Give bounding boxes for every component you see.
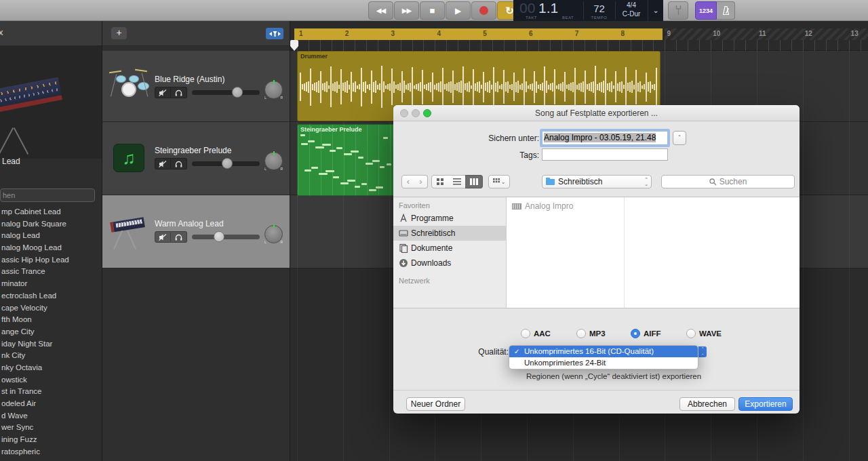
quality-option-16bit[interactable]: ✓ Unkomprimiertes 16-Bit (CD-Qualität) [509, 346, 698, 357]
solo-button[interactable] [171, 87, 187, 98]
track-name[interactable]: Warm Analog Lead [155, 219, 224, 228]
lcd-display[interactable]: 00 1.1 TAKT BEAT 72 TEMPO 4/4 C-Dur ⌄ [513, 0, 663, 21]
volume-slider[interactable] [192, 90, 260, 95]
library-patch-item[interactable]: cape Velocity [0, 302, 102, 315]
library-patch-item[interactable]: ratospheric [0, 446, 102, 458]
pan-knob[interactable]: LR [264, 225, 283, 243]
list-view-button[interactable] [448, 175, 466, 188]
volume-thumb[interactable] [214, 231, 224, 242]
library-patch-item[interactable]: nky Octavia [0, 362, 102, 374]
record-button[interactable] [471, 1, 496, 20]
volume-slider[interactable] [192, 235, 260, 239]
file-item-analog-impro[interactable]: Analog Impro [512, 200, 573, 212]
volume-thumb[interactable] [222, 158, 233, 169]
library-patch-item[interactable]: ining Fuzz [0, 434, 102, 446]
region-steingraeber-prelude[interactable]: Steingraeber Prelude [297, 124, 394, 196]
track-header-steingraeber[interactable]: ♫ Steingraeber Prelude [102, 122, 290, 195]
bar-ruler[interactable]: 12345678910111213 [290, 21, 868, 51]
dialog-titlebar[interactable]: Song auf Festplatte exportieren ... [393, 105, 800, 121]
tags-input[interactable] [542, 148, 668, 161]
sidebar-item-programme[interactable]: Programme [393, 211, 506, 226]
library-patch-item[interactable]: assic Trance [0, 266, 102, 278]
playhead-marker[interactable] [290, 40, 298, 51]
track-name[interactable]: Blue Ridge (Austin) [155, 75, 224, 84]
track-panel-toolbar: + [102, 21, 290, 46]
pan-knob[interactable]: LR [264, 81, 283, 99]
desktop-icon [399, 228, 408, 238]
radio-icon [521, 329, 530, 338]
library-patch-item[interactable]: iday Night Star [0, 338, 102, 350]
lcd-chevron-down-icon[interactable]: ⌄ [648, 0, 663, 21]
solo-button[interactable] [171, 231, 187, 243]
format-radio-wave[interactable]: WAVE [686, 329, 722, 338]
add-track-button[interactable]: + [111, 26, 127, 40]
library-patch-item[interactable]: wer Sync [0, 422, 102, 434]
sidebar-item-dokumente[interactable]: Dokumente [393, 241, 506, 256]
library-patch-item[interactable]: nk City [0, 350, 102, 362]
stop-button[interactable]: ■ [420, 1, 445, 20]
mute-button[interactable] [155, 158, 171, 169]
mute-button[interactable] [155, 87, 171, 98]
library-patch-item[interactable]: assic Hip Hop Lead [0, 254, 102, 266]
close-traffic-light[interactable] [400, 109, 408, 117]
sidebar-item-downloads[interactable]: Downloads [393, 256, 506, 270]
minimize-traffic-light[interactable] [412, 109, 420, 117]
region-label: Drummer [300, 53, 328, 60]
track-header-blue-ridge[interactable]: Blue Ridge (Austin) [102, 51, 290, 122]
play-button[interactable]: ▶ [446, 1, 471, 20]
column-view-button-selected[interactable] [465, 175, 483, 188]
back-button[interactable]: ‹ [401, 175, 415, 188]
catch-playhead-button[interactable] [266, 28, 283, 39]
save-as-input[interactable]: Analog Impro - 03.05.19, 21.48 [542, 131, 668, 145]
fast-forward-button[interactable]: ▶▶ [394, 1, 419, 20]
icon-view-button[interactable] [431, 175, 449, 188]
format-radio-aiff[interactable]: AIFF [631, 329, 661, 338]
dialog-search-input[interactable]: Suchen [661, 175, 795, 188]
save-as-value: Analog Impro - 03.05.19, 21.48 [544, 133, 656, 142]
volume-slider[interactable] [192, 161, 260, 166]
quality-popup-stepper[interactable]: ⌃⌄ [698, 346, 707, 357]
library-patch-item[interactable]: ectroclash Lead [0, 290, 102, 302]
group-by-button[interactable]: ⌄ [488, 175, 510, 188]
new-folder-button[interactable]: Neuer Ordner [406, 397, 465, 411]
library-patch-item[interactable]: owstick [0, 374, 102, 386]
pan-knob[interactable]: LR [264, 152, 283, 170]
network-header: Netzwerk [399, 277, 430, 285]
expand-panel-button[interactable]: ˆ [673, 131, 686, 145]
solo-button[interactable] [171, 158, 187, 169]
format-radio-mp3[interactable]: MP3 [576, 329, 606, 338]
library-search-input[interactable]: hen [0, 188, 95, 202]
library-patch-item[interactable]: fth Moon [0, 314, 102, 326]
close-icon[interactable]: x [0, 27, 3, 37]
track-header-warm-analog-lead[interactable]: Warm Analog Lead [102, 195, 290, 268]
cancel-button[interactable]: Abbrechen [679, 397, 735, 411]
count-in-button[interactable]: 1234 [695, 1, 717, 20]
format-radio-aac[interactable]: AAC [521, 329, 551, 338]
library-patch-item[interactable]: nalog Lead [0, 230, 102, 242]
library-patch-item[interactable]: odeled Air [0, 398, 102, 410]
library-patch-item[interactable]: ange City [0, 326, 102, 338]
forward-button[interactable]: › [414, 175, 428, 188]
library-patch-item[interactable]: minator [0, 278, 102, 290]
synth-image-fragment [0, 77, 62, 117]
metronome-button[interactable] [717, 1, 735, 20]
quality-option-24bit[interactable]: Unkomprimiertes 24-Bit [509, 357, 698, 369]
dialog-sidebar: Favoriten Programme Schreibtisch [393, 197, 507, 308]
library-patch-item[interactable]: st in Trance [0, 386, 102, 398]
volume-thumb[interactable] [232, 87, 243, 98]
library-patch-item[interactable]: nalog Moog Lead [0, 242, 102, 254]
sidebar-item-schreibtisch[interactable]: Schreibtisch [393, 226, 506, 241]
export-button[interactable]: Exportieren [738, 397, 793, 411]
library-patch-item[interactable]: d Wave [0, 410, 102, 422]
location-popup[interactable]: Schreibtisch ⌃⌄ [542, 175, 652, 188]
library-patch-item[interactable]: mp Cabinet Lead [0, 206, 102, 218]
mute-button[interactable] [155, 231, 171, 243]
cycle-region-band[interactable] [294, 28, 663, 40]
zoom-traffic-light[interactable] [423, 109, 431, 117]
grid-view-icon [437, 178, 443, 185]
rewind-button[interactable]: ◀◀ [368, 1, 393, 20]
tuning-fork-button[interactable] [668, 1, 688, 20]
library-patch-item[interactable]: nalog Dark Square [0, 218, 102, 230]
track-name[interactable]: Steingraeber Prelude [155, 146, 231, 155]
bar-gridline [849, 51, 850, 461]
